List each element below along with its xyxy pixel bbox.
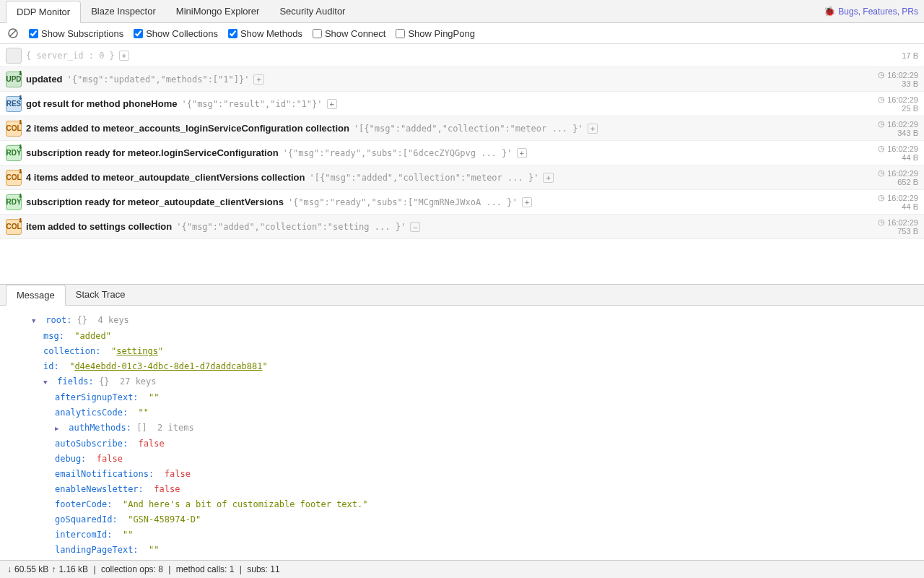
json-detail-view: root: {} 4 keysmsg: "added"collection: "… <box>0 306 924 560</box>
clock-icon <box>878 119 885 129</box>
message-row[interactable]: RES⬇got result for method phoneHome'{"ms… <box>0 92 924 116</box>
clock-icon <box>878 144 885 153</box>
checkbox-connect[interactable] <box>313 29 322 38</box>
status-up: 1.16 kB <box>58 564 88 574</box>
filter-connect[interactable]: Show Connect <box>313 28 386 39</box>
row-type-icon <box>6 48 22 64</box>
message-row[interactable]: COL⬇2 items added to meteor_accounts_log… <box>0 116 924 141</box>
top-tab-bar: DDP Monitor Blaze Inspector MiniMongo Ex… <box>0 0 924 23</box>
row-json-preview: '{"msg":"added","collection":"setting ..… <box>176 222 406 232</box>
download-icon <box>7 564 12 574</box>
filter-methods[interactable]: Show Methods <box>228 28 302 39</box>
bugs-features-link[interactable]: 🐞 Bugs, Features, PRs <box>824 6 918 17</box>
detail-tab-message[interactable]: Message <box>6 285 66 306</box>
row-partial: { server_id : 0 } <box>26 51 115 61</box>
row-type-icon: RES⬇ <box>6 96 22 112</box>
row-meta: 16:02:2925 B <box>860 95 918 113</box>
status-collection-ops: collection ops: 8 <box>101 564 163 574</box>
tree-toggle-icon[interactable] <box>43 374 52 390</box>
expand-toggle[interactable]: + <box>517 148 527 158</box>
message-row[interactable]: UPD⬇updated'{"msg":"updated","methods":[… <box>0 67 924 92</box>
status-bar: 60.55 kB 1.16 kB | collection ops: 8 | m… <box>0 560 924 578</box>
row-meta: 16:02:29652 B <box>860 168 918 186</box>
row-meta: 17 B <box>860 51 918 60</box>
message-rows: { server_id : 0 }+17 BUPD⬇updated'{"msg"… <box>0 44 924 284</box>
row-meta: 16:02:2944 B <box>860 144 918 162</box>
row-json-preview: '{"msg":"ready","subs":["6dcecZYQGpvg ..… <box>283 148 513 158</box>
row-json-preview: '{"msg":"result","id":"1"}' <box>181 99 322 109</box>
filter-collections[interactable]: Show Collections <box>134 28 218 39</box>
status-down: 60.55 kB <box>14 564 48 574</box>
row-type-icon: COL⬇ <box>6 121 22 137</box>
row-json-preview: '[{"msg":"added","collection":"meteor ..… <box>310 173 539 183</box>
expand-toggle[interactable]: + <box>522 197 532 207</box>
tree-toggle-icon[interactable] <box>55 420 64 436</box>
message-row[interactable]: { server_id : 0 }+17 B <box>0 44 924 67</box>
expand-toggle[interactable]: + <box>119 51 129 61</box>
row-meta: 16:02:2933 B <box>860 70 918 88</box>
tab-minimongo-explorer[interactable]: MiniMongo Explorer <box>166 1 270 22</box>
expand-toggle[interactable]: + <box>327 99 337 109</box>
tab-blaze-inspector[interactable]: Blaze Inspector <box>81 1 166 22</box>
row-json-preview: '[{"msg":"added","collection":"meteor ..… <box>354 124 583 134</box>
checkbox-pingpong[interactable] <box>396 29 405 38</box>
bugs-link-label: Bugs, Features, PRs <box>838 7 918 17</box>
filter-subscriptions[interactable]: Show Subscriptions <box>29 28 123 39</box>
checkbox-methods[interactable] <box>228 29 237 38</box>
tab-security-auditor[interactable]: Security Auditor <box>269 1 355 22</box>
row-json-preview: '{"msg":"updated","methods":["1"]}' <box>67 74 250 85</box>
row-meta: 16:02:2944 B <box>860 193 918 211</box>
row-type-icon: COL⬇ <box>6 170 22 186</box>
bug-icon: 🐞 <box>824 6 835 17</box>
row-meta: 16:02:29753 B <box>860 217 918 236</box>
row-title: got result for method phoneHome <box>26 98 177 109</box>
row-title: updated <box>26 74 63 85</box>
checkbox-subscriptions[interactable] <box>29 29 38 38</box>
tree-toggle-icon[interactable] <box>32 313 40 329</box>
clock-icon <box>878 168 885 178</box>
clear-icon[interactable] <box>7 27 19 39</box>
expand-toggle[interactable]: – <box>410 222 420 232</box>
svg-line-1 <box>10 30 16 36</box>
detail-tab-bar: Message Stack Trace <box>0 284 924 306</box>
message-row[interactable]: RDY⬇subscription ready for meteor_autoup… <box>0 190 924 215</box>
clock-icon <box>878 70 885 79</box>
status-method-calls: method calls: 1 <box>176 564 235 574</box>
detail-tab-stacktrace[interactable]: Stack Trace <box>66 285 136 305</box>
clock-icon <box>878 217 885 227</box>
row-type-icon: UPD⬇ <box>6 72 22 87</box>
status-subs: subs: 11 <box>247 564 279 574</box>
row-json-preview: '{"msg":"ready","subs":["MCgmRNeJWxoA ..… <box>288 197 518 207</box>
message-row[interactable]: COL⬇item added to settings collection'{"… <box>0 215 924 239</box>
row-title: 2 items added to meteor_accounts_loginSe… <box>26 123 349 134</box>
row-type-icon: RDY⬇ <box>6 194 22 210</box>
row-title: 4 items added to meteor_autoupdate_clien… <box>26 172 305 183</box>
filter-bar: Show Subscriptions Show Collections Show… <box>0 23 924 44</box>
expand-toggle[interactable]: + <box>543 173 553 183</box>
message-row[interactable]: RDY⬇subscription ready for meteor.loginS… <box>0 141 924 165</box>
row-title: subscription ready for meteor_autoupdate… <box>26 197 284 207</box>
tab-ddp-monitor[interactable]: DDP Monitor <box>6 1 81 23</box>
row-title: subscription ready for meteor.loginServi… <box>26 147 279 158</box>
row-type-icon: COL⬇ <box>6 219 22 235</box>
message-row[interactable]: COL⬇4 items added to meteor_autoupdate_c… <box>0 165 924 190</box>
row-type-icon: RDY⬇ <box>6 145 22 161</box>
expand-toggle[interactable]: + <box>588 124 598 134</box>
expand-toggle[interactable]: + <box>253 74 263 85</box>
row-meta: 16:02:29343 B <box>860 119 918 137</box>
clock-icon <box>878 95 885 104</box>
upload-icon <box>51 564 56 574</box>
filter-pingpong[interactable]: Show PingPong <box>396 28 475 39</box>
clock-icon <box>878 193 885 202</box>
checkbox-collections[interactable] <box>134 29 143 38</box>
row-title: item added to settings collection <box>26 221 172 232</box>
